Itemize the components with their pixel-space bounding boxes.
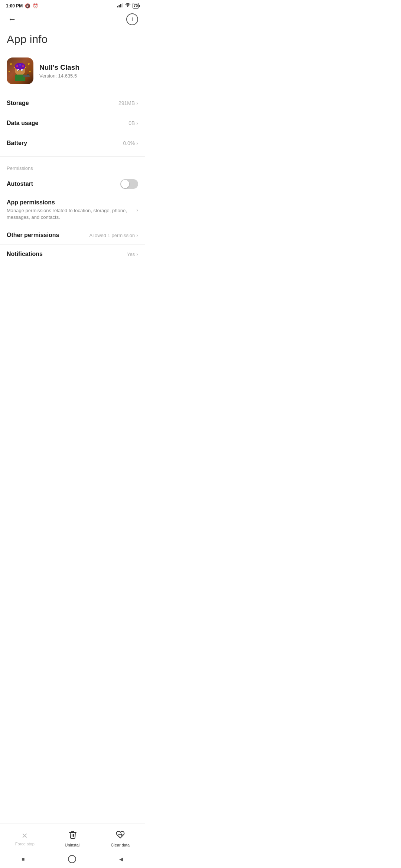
toggle-knob xyxy=(121,180,129,188)
notifications-chevron: › xyxy=(136,251,138,257)
svg-rect-0 xyxy=(117,6,118,7)
app-permissions-text: App permissions Manage permissions relat… xyxy=(7,199,136,221)
svg-text:★: ★ xyxy=(29,70,31,73)
data-usage-chevron: › xyxy=(136,120,138,126)
svg-text:★: ★ xyxy=(8,70,10,73)
svg-rect-3 xyxy=(122,3,123,7)
battery-item[interactable]: Battery 0.0% › xyxy=(0,133,145,153)
app-permissions-desc: Manage permissions related to location, … xyxy=(7,207,136,221)
data-usage-item[interactable]: Data usage 0B › xyxy=(0,113,145,133)
storage-item[interactable]: Storage 291MB › xyxy=(0,93,145,113)
status-bar: 1:00 PM 🔇 ⏰ xyxy=(0,0,145,10)
autostart-label: Autostart xyxy=(7,181,33,187)
app-name: Null's Clash xyxy=(39,63,79,72)
notifications-value: Yes › xyxy=(127,251,138,257)
app-header: ★ ★ ★ ★ Null's Clash Version: 14.635.5 xyxy=(0,53,145,93)
app-permissions-title: App permissions xyxy=(7,199,136,206)
autostart-toggle[interactable] xyxy=(120,179,138,189)
mute-icon: 🔇 xyxy=(25,3,30,9)
autostart-item[interactable]: Autostart xyxy=(0,174,145,194)
time-display: 1:00 PM xyxy=(6,3,23,9)
battery-chevron: › xyxy=(136,140,138,146)
app-permissions-item[interactable]: App permissions Manage permissions relat… xyxy=(0,194,145,226)
app-version: Version: 14.635.5 xyxy=(39,73,79,79)
svg-rect-12 xyxy=(23,75,30,77)
status-left: 1:00 PM 🔇 ⏰ xyxy=(6,3,38,9)
svg-point-14 xyxy=(16,65,18,67)
info-button[interactable]: i xyxy=(126,13,138,25)
divider-1 xyxy=(0,156,145,157)
svg-rect-2 xyxy=(120,4,121,7)
data-usage-label: Data usage xyxy=(7,120,38,126)
svg-rect-1 xyxy=(118,5,120,7)
data-usage-value: 0B › xyxy=(128,120,138,126)
svg-text:★: ★ xyxy=(27,62,30,66)
notifications-label: Notifications xyxy=(7,251,43,257)
other-permissions-label: Other permissions xyxy=(7,232,59,239)
wifi-icon xyxy=(125,3,131,9)
storage-chevron: › xyxy=(136,100,138,106)
svg-point-10 xyxy=(22,70,22,70)
back-button[interactable]: ← xyxy=(7,13,18,26)
battery-value: 0.0% › xyxy=(123,140,138,146)
svg-point-16 xyxy=(22,65,24,67)
battery-display: 70 xyxy=(133,3,139,9)
other-permissions-item[interactable]: Other permissions Allowed 1 permission › xyxy=(0,226,145,244)
status-right: 70 xyxy=(117,3,139,9)
other-permissions-chevron: › xyxy=(136,232,138,238)
svg-rect-13 xyxy=(27,74,29,75)
app-icon-image: ★ ★ ★ ★ xyxy=(7,57,33,84)
signal-icon xyxy=(117,3,123,9)
app-icon: ★ ★ ★ ★ xyxy=(7,57,33,84)
svg-point-6 xyxy=(15,63,25,70)
svg-point-15 xyxy=(19,64,21,66)
page-title: App info xyxy=(0,30,145,53)
svg-point-9 xyxy=(18,70,19,70)
notifications-item[interactable]: Notifications Yes › xyxy=(0,244,145,263)
other-permissions-value: Allowed 1 permission › xyxy=(89,232,138,238)
storage-label: Storage xyxy=(7,100,29,106)
svg-text:★: ★ xyxy=(10,62,12,66)
battery-label: Battery xyxy=(7,140,27,147)
top-nav: ← i xyxy=(0,10,145,30)
app-info: Null's Clash Version: 14.635.5 xyxy=(39,63,79,79)
storage-value: 291MB › xyxy=(118,100,138,106)
permissions-section-label: Permissions xyxy=(0,160,145,174)
app-permissions-chevron: › xyxy=(136,207,138,213)
alarm-icon: ⏰ xyxy=(33,3,38,9)
